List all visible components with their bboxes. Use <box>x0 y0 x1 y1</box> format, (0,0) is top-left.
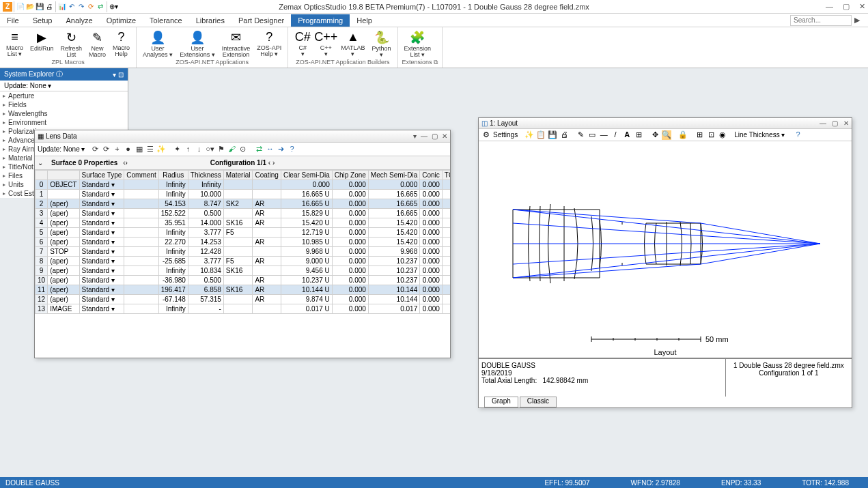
tab-classic[interactable]: Classic <box>520 397 557 407</box>
refresh-icon[interactable]: ⟳ <box>91 145 100 154</box>
arrow-icon[interactable]: ↔ <box>266 145 275 154</box>
table-row[interactable]: 6(aper)Standard ▾22.27014.253AR10.985 U0… <box>36 238 451 247</box>
print-icon[interactable]: 🖨 <box>559 130 569 140</box>
zoom-icon[interactable]: 🔍 <box>662 130 671 140</box>
save-icon[interactable]: 💾 <box>548 130 557 140</box>
explorer-item-environment[interactable]: Environment <box>0 118 128 127</box>
col-surface-type[interactable]: Surface Type <box>79 171 124 180</box>
col-blank[interactable] <box>36 171 48 180</box>
next-icon[interactable]: › <box>126 159 128 167</box>
bars-icon[interactable]: ☰ <box>145 145 155 154</box>
lens-data-table[interactable]: Surface TypeCommentRadiusThicknessMateri… <box>35 170 450 314</box>
col-chip-zone[interactable]: Chip Zone <box>332 171 368 180</box>
win3-icon[interactable]: ◉ <box>718 130 727 140</box>
col-coating[interactable]: Coating <box>253 171 281 180</box>
close-icon[interactable]: ✕ <box>843 119 849 127</box>
flag-icon[interactable]: ⚑ <box>216 145 226 154</box>
table-row[interactable]: 2(aper)Standard ▾54.1538.747SK2AR16.665 … <box>36 199 451 209</box>
save-icon[interactable]: 💾 <box>35 2 44 12</box>
pencil-icon[interactable]: ✎ <box>576 130 585 140</box>
col-clear-semi-dia[interactable]: Clear Semi-Dia <box>281 171 332 180</box>
explorer-item-fields[interactable]: Fields <box>0 100 128 109</box>
menu-file[interactable]: File <box>0 14 26 27</box>
ribbon-user[interactable]: 👤User Extensions ▾ <box>178 29 217 57</box>
col-material[interactable]: Material <box>223 171 253 180</box>
grid-icon[interactable]: ▦ <box>135 145 144 154</box>
minimize-icon[interactable]: — <box>826 2 833 11</box>
table-row[interactable]: 10(aper)Standard ▾-36.9800.500AR10.237 U… <box>36 276 451 285</box>
minimize-icon[interactable]: — <box>421 132 428 140</box>
chart-icon[interactable]: 📊 <box>57 2 67 12</box>
swap-icon[interactable]: ⇄ <box>255 145 264 154</box>
table-row[interactable]: 7STOPStandard ▾Infinity12.4289.968 U0.00… <box>36 247 451 257</box>
search-go-icon[interactable]: ▶ <box>852 16 863 25</box>
ribbon-python[interactable]: 🐍Python ▾ <box>370 29 393 57</box>
table-row[interactable]: 13IMAGEStandard ▾Infinity-0.017 U0.0000.… <box>36 304 451 314</box>
star-icon[interactable]: ✦ <box>173 145 182 154</box>
ribbon-c--[interactable]: C++C++ ▾ <box>316 29 336 57</box>
ribbon-new[interactable]: ✎New Macro <box>87 29 108 57</box>
maximize-icon[interactable]: ▢ <box>432 132 438 140</box>
menu-setup[interactable]: Setup <box>26 14 59 27</box>
circle-icon[interactable]: ○▾ <box>206 145 215 154</box>
tab-graph[interactable]: Graph <box>484 397 518 407</box>
refresh-icon[interactable]: ⟳ <box>86 2 96 12</box>
col-tce-x--e--[interactable]: TCE x 1E-6 <box>442 171 450 180</box>
col-blank[interactable] <box>48 171 79 180</box>
undo-icon[interactable]: ↶ <box>67 2 76 12</box>
open-icon[interactable]: 📂 <box>25 2 35 12</box>
ribbon-macro[interactable]: ≡Macro List ▾ <box>4 29 25 57</box>
wand-icon[interactable]: ✨ <box>524 130 534 140</box>
menu-optimize[interactable]: Optimize <box>100 14 143 27</box>
text-icon[interactable]: A <box>622 130 632 140</box>
search-input[interactable] <box>790 15 852 26</box>
table-row[interactable]: 3(aper)Standard ▾152.5220.500AR15.829 U0… <box>36 209 451 218</box>
win1-icon[interactable]: ⊞ <box>695 130 704 140</box>
settings-label[interactable]: Settings <box>493 131 518 139</box>
toggle-icon[interactable]: ⊙ <box>238 145 248 154</box>
menu-libraries[interactable]: Libraries <box>189 14 232 27</box>
col-radius[interactable]: Radius <box>158 171 188 180</box>
ribbon-user[interactable]: 👤User Analyses ▾ <box>141 29 175 57</box>
new-icon[interactable]: 📄 <box>16 2 25 12</box>
win2-icon[interactable]: ⊡ <box>706 130 716 140</box>
explorer-update[interactable]: Update: None ▾ <box>0 81 128 91</box>
table-row[interactable]: 8(aper)Standard ▾-25.6853.777F5AR9.000 U… <box>36 257 451 266</box>
close-icon[interactable]: ✕ <box>442 132 447 140</box>
col-conic[interactable]: Conic <box>420 171 443 180</box>
up-icon[interactable]: ↑ <box>184 145 193 154</box>
table-row[interactable]: 1Standard ▾Infinity10.00016.665 U0.00016… <box>36 190 451 199</box>
explorer-dropdown-icon[interactable]: ▾ ⊡ <box>113 71 124 78</box>
explorer-item-aperture[interactable]: Aperture <box>0 91 128 100</box>
down-icon[interactable]: ↓ <box>195 145 204 154</box>
menu-tolerance[interactable]: Tolerance <box>143 14 189 27</box>
sync-icon[interactable]: ⇄ <box>96 2 105 12</box>
add-icon[interactable]: + <box>113 145 122 154</box>
menu-programming[interactable]: Programming <box>291 14 350 27</box>
table-row[interactable]: 0OBJECTStandard ▾InfinityInfinity0.0000.… <box>36 180 451 190</box>
menu-part-designer[interactable]: Part Designer <box>232 14 291 27</box>
rect-icon[interactable]: ▭ <box>587 130 597 140</box>
target-icon[interactable]: ⊕▾ <box>109 2 118 12</box>
maximize-icon[interactable]: ▢ <box>832 119 838 127</box>
sphere-icon[interactable]: ● <box>124 145 133 154</box>
ribbon-matlab[interactable]: ▲MATLAB ▾ <box>339 29 367 57</box>
wand-icon[interactable]: ✨ <box>156 145 166 154</box>
help-icon[interactable]: ? <box>288 145 297 154</box>
dash-icon[interactable]: — <box>599 130 608 140</box>
table-row[interactable]: 9(aper)Standard ▾Infinity10.834SK169.456… <box>36 266 451 276</box>
ribbon-macro[interactable]: ?Macro Help <box>111 29 132 57</box>
update-dropdown[interactable]: Update: None ▾ <box>38 145 85 153</box>
menu-help[interactable]: Help <box>350 14 379 27</box>
gear-icon[interactable]: ⚙ <box>481 130 491 140</box>
goto-icon[interactable]: ➜ <box>277 145 286 154</box>
refresh2-icon[interactable]: ⟳ <box>102 145 111 154</box>
dropdown-icon[interactable]: ▾ <box>413 132 417 140</box>
layout-plot[interactable]: 50 mm Layout <box>479 141 852 358</box>
redo-icon[interactable]: ↷ <box>76 2 86 12</box>
maximize-icon[interactable]: ▢ <box>843 2 850 11</box>
move-icon[interactable]: ✥ <box>650 130 660 140</box>
print-icon[interactable]: 🖨 <box>44 2 54 12</box>
explorer-item-wavelengths[interactable]: Wavelengths <box>0 109 128 118</box>
slash-icon[interactable]: / <box>611 130 620 140</box>
